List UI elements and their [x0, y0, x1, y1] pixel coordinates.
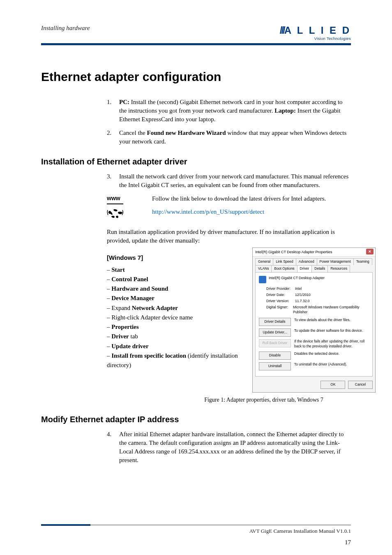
- page-number: 17: [345, 539, 351, 546]
- info-row: Driver Version:11.7.32.0: [266, 299, 369, 304]
- dialog-title: Intel(R) Gigabit CT Desktop Adapter Prop…: [255, 250, 332, 254]
- update-driver-button[interactable]: Update Driver...: [259, 328, 291, 337]
- tab-details[interactable]: Details: [311, 265, 328, 272]
- section-name: Installing hardware: [41, 25, 90, 32]
- step-item: 2.Cancel the Found new Hardware Wizard w…: [107, 129, 351, 146]
- tab-general[interactable]: General: [255, 258, 273, 265]
- driver-info: Driver Provider:IntelDriver Date:12/1/20…: [266, 287, 369, 314]
- run-installation-paragraph: Run installation application provided by…: [107, 228, 351, 245]
- button-row: DisableDisables the selected device.: [259, 352, 369, 360]
- driver-detailsbutton[interactable]: Driver Details: [259, 318, 291, 326]
- close-icon[interactable]: ✕: [366, 249, 374, 254]
- steps-list-b: 3.Install the network card driver from y…: [107, 172, 351, 190]
- list-item: Update driver: [107, 342, 242, 351]
- button-description: If the device fails after updating the d…: [294, 339, 369, 349]
- tab-teaming[interactable]: Teaming: [353, 258, 372, 265]
- button-description: Disables the selected device.: [294, 352, 369, 356]
- button-row: UninstallTo uninstall the driver (Advanc…: [259, 362, 369, 370]
- uninstallbutton[interactable]: Uninstall: [259, 362, 291, 370]
- windows7-steps: StartControl PanelHardware and SoundDevi…: [107, 265, 242, 370]
- cancel-button[interactable]: Cancel: [348, 381, 373, 389]
- button-description: To update the driver software for this d…: [294, 328, 369, 333]
- logo-subtext: Vision Technologies: [280, 36, 351, 41]
- button-row: Roll Back DriverIf the device fails afte…: [259, 339, 369, 349]
- list-item: Right-click Adapter device name: [107, 313, 242, 322]
- list-item: Properties: [107, 322, 242, 332]
- steps-list-a: 1.PC: Install the (second) Gigabit Ether…: [107, 98, 351, 146]
- www-text: Follow the link below to download the la…: [152, 194, 351, 204]
- header-rule: [41, 43, 351, 45]
- button-row: Driver DetailsTo view details about the …: [259, 318, 369, 326]
- dialog-tabs: GeneralLink SpeedAdvancedPower Managemen…: [253, 257, 375, 272]
- button-description: To view details about the driver files.: [294, 318, 369, 323]
- tab-power-management[interactable]: Power Management: [317, 258, 354, 265]
- list-item: Hardware and Sound: [107, 284, 242, 294]
- heading-install-driver: Installation of Ethernet adapter driver: [41, 156, 351, 167]
- roll-back-driverbutton: Roll Back Driver: [259, 339, 291, 347]
- steps-list-c: 4.After initial Ethernet adapter hardwar…: [107, 430, 351, 465]
- step-item: 4.After initial Ethernet adapter hardwar…: [107, 430, 351, 465]
- info-row: Driver Date:12/1/2010: [266, 293, 369, 298]
- adapter-properties-dialog: Intel(R) Gigabit CT Desktop Adapter Prop…: [252, 247, 376, 393]
- step-item: 1.PC: Install the (second) Gigabit Ether…: [107, 98, 351, 124]
- ok-button[interactable]: OK: [321, 381, 345, 389]
- list-item: Start: [107, 265, 242, 275]
- driver-action-buttons: Driver DetailsTo view details about the …: [259, 318, 369, 370]
- list-item: Install from specific location (identify…: [107, 351, 242, 370]
- step-item: 3.Install the network card driver from y…: [107, 172, 351, 190]
- page-title: Ethernet adapter configuration: [41, 70, 351, 84]
- list-item: Expand Network Adapter: [107, 303, 242, 313]
- tab-driver[interactable]: Driver: [297, 265, 312, 272]
- tab-advanced[interactable]: Advanced: [296, 258, 317, 265]
- button-description: To uninstall the driver (Advanced).: [294, 362, 369, 367]
- heading-modify-ip: Modify Ethernet adapter IP address: [41, 414, 351, 425]
- footer-text: AVT GigE Cameras Installation Manual V1.…: [41, 528, 351, 534]
- list-item: Driver tab: [107, 332, 242, 341]
- tab-vlans[interactable]: VLANs: [255, 265, 272, 272]
- info-row: Digital Signer:Microsoft Windows Hardwar…: [266, 305, 369, 315]
- logo-text: A L L I E D: [284, 25, 351, 36]
- globe-icon: [107, 207, 152, 223]
- tab-link-speed[interactable]: Link Speed: [273, 258, 296, 265]
- www-label: www: [107, 194, 152, 203]
- device-name: Intel(R) Gigabit CT Desktop Adapter: [269, 276, 325, 281]
- page-footer: AVT GigE Cameras Installation Manual V1.…: [41, 525, 351, 534]
- www-link[interactable]: http://www.intel.com/p/en_US/support/det…: [152, 208, 264, 215]
- nic-icon: [259, 276, 266, 283]
- button-row: Update Driver...To update the driver sof…: [259, 328, 369, 337]
- brand-logo: ///A L L I E D Vision Technologies: [280, 25, 351, 41]
- logo-slash-icon: ///: [280, 25, 284, 36]
- tab-resources[interactable]: Resources: [327, 265, 350, 272]
- figure-caption: Figure 1: Adapter properties, driver tab…: [177, 396, 351, 404]
- info-row: Driver Provider:Intel: [266, 287, 369, 291]
- disablebutton[interactable]: Disable: [259, 352, 291, 360]
- www-callout: www: [107, 194, 351, 223]
- www-underline: [107, 204, 123, 204]
- heading-windows7: [Windows 7]: [107, 253, 242, 262]
- list-item: Control Panel: [107, 275, 242, 284]
- list-item: Device Manager: [107, 294, 242, 303]
- tab-boot-options[interactable]: Boot Options: [271, 265, 297, 272]
